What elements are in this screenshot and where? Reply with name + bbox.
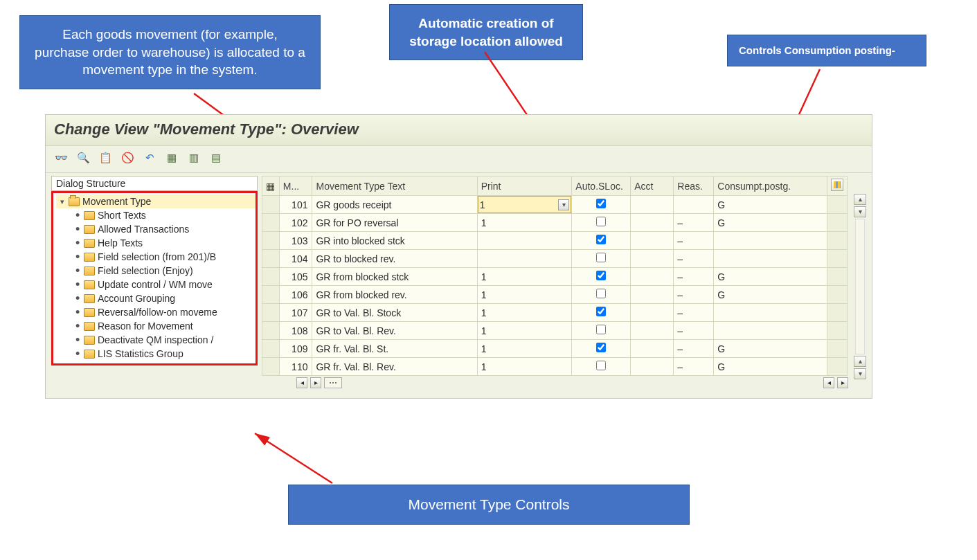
tree-child[interactable]: •Short Texts xyxy=(56,208,256,222)
col-reas[interactable]: Reas. xyxy=(674,177,714,196)
cell-text[interactable]: GR to Val. Bl. Stock xyxy=(312,304,477,322)
hscroll-position[interactable] xyxy=(324,377,342,388)
cell-reas[interactable]: – xyxy=(674,286,714,304)
row-selector[interactable] xyxy=(262,340,280,358)
tree-child[interactable]: •Help Texts xyxy=(56,236,256,250)
cell-print[interactable]: 1 xyxy=(477,304,572,322)
cell-print[interactable]: 1 xyxy=(477,358,572,376)
hscroll-right-end[interactable]: ▸ xyxy=(837,377,848,388)
cell-print[interactable] xyxy=(477,232,572,250)
tree-root-movement-type[interactable]: ▾ Movement Type xyxy=(56,195,256,208)
tree-child[interactable]: •Deactivate QM inspection / xyxy=(56,333,256,347)
cell-text[interactable]: GR from blocked rev. xyxy=(312,286,477,304)
auto-sloc-checkbox[interactable] xyxy=(596,343,606,352)
cell-print[interactable] xyxy=(477,250,572,268)
cell-reas[interactable]: – xyxy=(674,232,714,250)
auto-sloc-checkbox[interactable] xyxy=(596,217,606,226)
cell-text[interactable]: GR fr. Val. Bl. St. xyxy=(312,340,477,358)
row-selector[interactable] xyxy=(262,232,280,250)
tree-child[interactable]: •LIS Statistics Group xyxy=(56,347,256,361)
cell-text[interactable]: GR goods receipt xyxy=(312,196,477,214)
tree-child[interactable]: •Reason for Movement xyxy=(56,319,256,333)
hscroll-left[interactable]: ◂ xyxy=(296,377,307,388)
cell-text[interactable]: GR fr. Val. Bl. Rev. xyxy=(312,358,477,376)
cell-acct[interactable] xyxy=(631,250,674,268)
tree-child[interactable]: •Update control / WM move xyxy=(56,278,256,291)
cell-code[interactable]: 110 xyxy=(279,358,312,376)
cell-code[interactable]: 109 xyxy=(279,340,312,358)
cell-code[interactable]: 101 xyxy=(279,196,312,214)
cell-print[interactable]: 1▾ xyxy=(477,196,572,214)
cell-reas[interactable]: – xyxy=(674,358,714,376)
col-text[interactable]: Movement Type Text xyxy=(312,177,477,196)
find-icon[interactable]: 🔍 xyxy=(75,150,91,165)
cell-text[interactable]: GR from blocked stck xyxy=(312,268,477,286)
cell-acct[interactable] xyxy=(631,196,674,214)
cell-consumption[interactable]: G xyxy=(714,214,827,232)
auto-sloc-checkbox[interactable] xyxy=(596,253,606,262)
cell-code[interactable]: 102 xyxy=(279,214,312,232)
cell-auto-sloc[interactable] xyxy=(572,214,631,232)
cell-acct[interactable] xyxy=(631,322,674,340)
auto-sloc-checkbox[interactable] xyxy=(596,199,606,208)
cell-consumption[interactable]: G xyxy=(714,358,827,376)
cell-consumption[interactable] xyxy=(714,322,827,340)
auto-sloc-checkbox[interactable] xyxy=(596,289,606,298)
cell-consumption[interactable] xyxy=(714,250,827,268)
insert-row-icon[interactable]: ▥ xyxy=(186,150,202,165)
append-row-icon[interactable]: ▤ xyxy=(208,150,224,165)
auto-sloc-checkbox[interactable] xyxy=(596,307,606,316)
col-acct[interactable]: Acct xyxy=(631,177,674,196)
cell-reas[interactable]: – xyxy=(674,250,714,268)
cell-auto-sloc[interactable] xyxy=(572,358,631,376)
collapse-icon[interactable]: ▾ xyxy=(59,197,66,206)
row-selector[interactable] xyxy=(262,196,280,214)
copy-icon[interactable]: 📋 xyxy=(97,150,114,165)
cell-print[interactable]: 1 xyxy=(477,322,572,340)
undo-icon[interactable]: ↶ xyxy=(141,150,158,165)
cell-auto-sloc[interactable] xyxy=(572,268,631,286)
cell-consumption[interactable] xyxy=(714,232,827,250)
row-selector[interactable] xyxy=(262,322,280,340)
delete-row-icon[interactable]: 🚫 xyxy=(119,150,136,165)
cell-text[interactable]: GR to Val. Bl. Rev. xyxy=(312,322,477,340)
cell-code[interactable]: 103 xyxy=(279,232,312,250)
cell-reas[interactable]: – xyxy=(674,322,714,340)
cell-acct[interactable] xyxy=(631,286,674,304)
cell-code[interactable]: 105 xyxy=(279,268,312,286)
configure-columns-icon[interactable] xyxy=(831,179,843,191)
cell-code[interactable]: 108 xyxy=(279,322,312,340)
col-config[interactable] xyxy=(827,177,847,196)
cell-consumption[interactable]: G xyxy=(714,268,827,286)
col-code[interactable]: M... xyxy=(279,177,312,196)
cell-print[interactable]: 1 xyxy=(477,214,572,232)
auto-sloc-checkbox[interactable] xyxy=(596,235,606,244)
tree-child[interactable]: •Field selection (from 201)/B xyxy=(56,250,256,264)
cell-auto-sloc[interactable] xyxy=(572,196,631,214)
cell-text[interactable]: GR to blocked rev. xyxy=(312,250,477,268)
col-print[interactable]: Print xyxy=(477,177,572,196)
cell-auto-sloc[interactable] xyxy=(572,322,631,340)
cell-print[interactable]: 1 xyxy=(477,286,572,304)
row-selector[interactable] xyxy=(262,250,280,268)
col-cons[interactable]: Consumpt.postg. xyxy=(714,177,827,196)
auto-sloc-checkbox[interactable] xyxy=(596,361,606,370)
scroll-down-button[interactable]: ▾ xyxy=(854,206,866,217)
cell-acct[interactable] xyxy=(631,232,674,250)
cell-code[interactable]: 104 xyxy=(279,250,312,268)
cell-reas[interactable]: – xyxy=(674,214,714,232)
cell-auto-sloc[interactable] xyxy=(572,232,631,250)
cell-code[interactable]: 106 xyxy=(279,286,312,304)
cell-consumption[interactable] xyxy=(714,304,827,322)
cell-auto-sloc[interactable] xyxy=(572,304,631,322)
scroll-up-button-bottom[interactable]: ▴ xyxy=(854,356,866,367)
tree-child[interactable]: •Field selection (Enjoy) xyxy=(56,264,256,278)
col-asloc[interactable]: Auto.SLoc. xyxy=(572,177,631,196)
cell-reas[interactable]: – xyxy=(674,268,714,286)
cell-auto-sloc[interactable] xyxy=(572,286,631,304)
hscroll-right[interactable]: ▸ xyxy=(310,377,321,388)
tree-child[interactable]: •Allowed Transactions xyxy=(56,222,256,236)
search-help-icon[interactable]: ▾ xyxy=(558,199,569,210)
cell-reas[interactable]: – xyxy=(674,340,714,358)
row-selector[interactable] xyxy=(262,358,280,376)
